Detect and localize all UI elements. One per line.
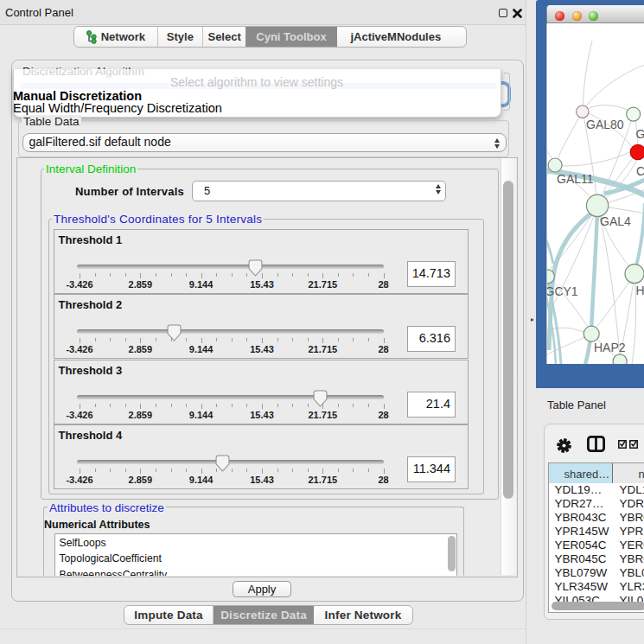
- svg-text:GAL80: GAL80: [586, 118, 624, 131]
- svg-text:CY: CY: [636, 164, 644, 178]
- svg-text:GAL4: GAL4: [600, 214, 631, 228]
- svg-text:H: H: [636, 284, 644, 297]
- svg-text:GCY1: GCY1: [547, 284, 578, 298]
- svg-text:HAP2: HAP2: [594, 341, 626, 354]
- svg-text:GA: GA: [636, 127, 644, 141]
- svg-text:GAL11: GAL11: [557, 172, 594, 186]
